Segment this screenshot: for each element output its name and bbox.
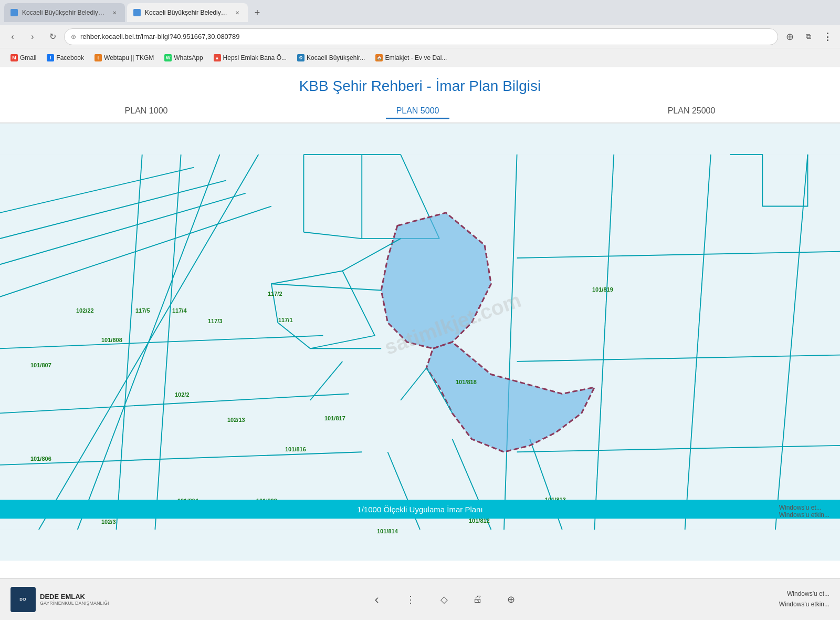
logo-info: DEDE EMLAK GAYRİMENKUL DANIŞMANLIĞI <box>40 593 109 606</box>
bookmark-kocaeli-label: Kocaeli Büyükşehir... <box>307 54 365 61</box>
logo-area: DD DEDE EMLAK GAYRİMENKUL DANIŞMANLIĞI <box>10 587 109 612</box>
tab-2-icon <box>133 9 141 16</box>
windows-text-2: Windows'u etkin... <box>779 511 830 519</box>
label-102-22: 102/22 <box>76 307 94 314</box>
tab-1[interactable]: Kocaeli Büyükşehir Belediyesi - ✕ <box>4 3 125 22</box>
bookmark-whatsapp[interactable]: W WhatsApp <box>160 52 207 64</box>
kocaeli-favicon: ⚙ <box>297 54 304 61</box>
scale-bar: 1/1000 Ölçekli Uygulama İmar Planı <box>0 500 840 519</box>
label-102-13: 102/13 <box>227 417 245 423</box>
browser-back-button[interactable]: ‹ <box>366 589 387 610</box>
windows-activate-text-1: Windows'u et... <box>779 589 830 599</box>
label-117-2: 117/2 <box>268 291 282 297</box>
label-101-817: 101/817 <box>324 415 345 421</box>
tab-2[interactable]: Kocaeli Büyükşehir Belediyesi - ✕ <box>127 3 248 22</box>
tab-1-label: Kocaeli Büyükşehir Belediyesi - <box>22 9 106 16</box>
label-117-1: 117/1 <box>278 317 293 323</box>
label-101-818: 101/818 <box>456 379 477 385</box>
menu-button[interactable]: ⋮ <box>819 28 836 45</box>
address-text: rehber.kocaeli.bel.tr/imar-bilgi?40.9516… <box>80 33 240 40</box>
bookmark-webtapu[interactable]: t Webtapu || TKGM <box>90 52 158 64</box>
bookmark-gmail-label: Gmail <box>20 54 36 61</box>
webtapu-favicon: t <box>94 54 102 61</box>
back-button[interactable]: ‹ <box>4 28 21 45</box>
bookmark-whatsapp-label: WhatsApp <box>174 54 203 61</box>
browser-navigate-button[interactable]: ◇ <box>434 589 455 610</box>
address-secure-icon: ⊕ <box>71 33 76 40</box>
windows-watermark: Windows'u et... Windows'u etkin... <box>779 504 830 519</box>
label-101-807: 101/807 <box>30 362 51 368</box>
new-tab-button[interactable]: + <box>250 5 265 20</box>
tab-1-icon <box>10 9 18 16</box>
logo-box: DD <box>10 587 36 612</box>
map-svg: satimlkjet.com <box>0 123 840 561</box>
bookmark-hepsi[interactable]: ▲ Hepsi Emlak Bana Ö... <box>209 52 291 64</box>
page-content: KBB Şehir Rehberi - İmar Plan Bilgisi PL… <box>0 67 840 578</box>
whatsapp-favicon: W <box>164 54 172 61</box>
title-bar: Kocaeli Büyükşehir Belediyesi - ✕ Kocael… <box>0 0 840 25</box>
browser-share-button[interactable]: ⋮ <box>400 589 421 610</box>
scale-text: 1/1000 Ölçekli Uygulama İmar Planı <box>357 505 482 514</box>
location-button[interactable]: ⊕ <box>781 28 798 45</box>
map-area[interactable]: satimlkjet.com 102/22 117/5 117/4 117/2 … <box>0 123 840 561</box>
bookmark-facebook[interactable]: f Facebook <box>43 52 88 64</box>
tab-2-label: Kocaeli Büyükşehir Belediyesi - <box>145 9 229 16</box>
label-117-5: 117/5 <box>135 307 150 314</box>
label-117-4: 117/4 <box>172 307 187 314</box>
plan-tab-5000[interactable]: PLAN 5000 <box>386 104 450 119</box>
refresh-button[interactable]: ↻ <box>44 28 61 45</box>
page-title: KBB Şehir Rehberi - İmar Plan Bilgisi <box>0 78 840 95</box>
label-101-806: 101/806 <box>30 456 51 462</box>
bookmark-emlakjet-label: Emlakjet - Ev ve Dai... <box>385 54 447 61</box>
label-101-808: 101/808 <box>101 337 122 343</box>
logo-text: DD <box>19 597 27 602</box>
windows-text-1: Windows'u et... <box>779 504 830 511</box>
browser-print-button[interactable]: 🖨 <box>467 589 488 610</box>
bookmark-webtapu-label: Webtapu || TKGM <box>104 54 154 61</box>
address-bar[interactable]: ⊕ rehber.kocaeli.bel.tr/imar-bilgi?40.95… <box>64 28 778 45</box>
logo-company-subtitle: GAYRİMENKUL DANIŞMANLIĞI <box>40 601 109 606</box>
forward-button[interactable]: › <box>24 28 41 45</box>
windows-activate-text-2: Windows'u etkin... <box>779 600 830 609</box>
facebook-favicon: f <box>47 54 54 61</box>
tab-2-close[interactable]: ✕ <box>233 8 242 17</box>
nav-bar: ‹ › ↻ ⊕ rehber.kocaeli.bel.tr/imar-bilgi… <box>0 25 840 48</box>
browser-bottom-bar: DD DEDE EMLAK GAYRİMENKUL DANIŞMANLIĞI ‹… <box>0 578 840 620</box>
bookmark-emlakjet[interactable]: 🏠 Emlakjet - Ev ve Dai... <box>371 52 451 64</box>
bookmark-facebook-label: Facebook <box>56 54 84 61</box>
browser-nav-icons: ‹ ⋮ ◇ 🖨 ⊕ <box>118 589 771 610</box>
browser-download-button[interactable]: ⊕ <box>501 589 522 610</box>
plan-tab-25000[interactable]: PLAN 25000 <box>657 104 726 118</box>
gmail-favicon: M <box>10 54 18 61</box>
plan-tab-1000[interactable]: PLAN 1000 <box>114 104 178 118</box>
label-101-816: 101/816 <box>285 446 306 452</box>
label-101-819: 101/819 <box>592 286 613 293</box>
logo-company-name: DEDE EMLAK <box>40 593 109 601</box>
label-102-2: 102/2 <box>175 391 190 398</box>
bookmark-gmail[interactable]: M Gmail <box>6 52 40 64</box>
page-header: KBB Şehir Rehberi - İmar Plan Bilgisi <box>0 67 840 100</box>
browser-frame: Kocaeli Büyükşehir Belediyesi - ✕ Kocael… <box>0 0 840 620</box>
label-101-814: 101/814 <box>377 528 398 534</box>
bookmarks-bar: M Gmail f Facebook t Webtapu || TKGM W W… <box>0 48 840 67</box>
bookmark-kocaeli[interactable]: ⚙ Kocaeli Büyükşehir... <box>293 52 369 64</box>
plan-tabs: PLAN 1000 PLAN 5000 PLAN 25000 <box>0 100 840 123</box>
emlakjet-favicon: 🏠 <box>375 54 383 61</box>
label-117-3: 117/3 <box>208 318 223 324</box>
external-link-button[interactable]: ⧉ <box>800 28 817 45</box>
bookmark-hepsi-label: Hepsi Emlak Bana Ö... <box>223 54 287 61</box>
label-102-3: 102/3 <box>101 519 116 525</box>
hepsi-favicon: ▲ <box>214 54 221 61</box>
nav-actions: ⊕ ⧉ ⋮ <box>781 28 836 45</box>
windows-activation: Windows'u et... Windows'u etkin... <box>779 589 830 609</box>
tab-1-close[interactable]: ✕ <box>110 8 119 17</box>
